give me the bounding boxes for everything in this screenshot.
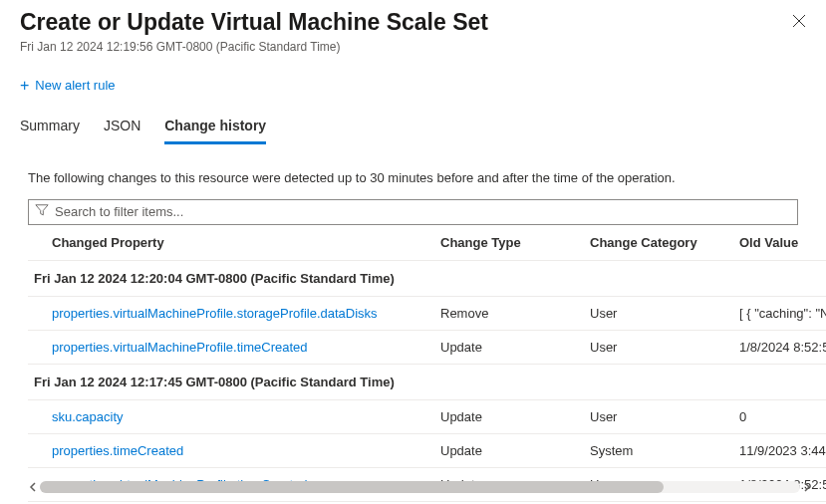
change-category-cell: User: [590, 306, 739, 321]
old-value-cell: [ { "caching": "None",: [739, 306, 826, 321]
close-icon[interactable]: [792, 14, 808, 30]
new-alert-rule-button[interactable]: + New alert rule: [20, 78, 116, 94]
scroll-left-icon[interactable]: [28, 482, 38, 492]
tab-json[interactable]: JSON: [104, 118, 140, 144]
horizontal-scrollbar[interactable]: [28, 480, 812, 494]
search-input[interactable]: [55, 204, 791, 219]
group-header[interactable]: Fri Jan 12 2024 12:20:04 GMT-0800 (Pacif…: [28, 261, 826, 297]
property-link[interactable]: properties.timeCreated: [52, 443, 440, 458]
table-row[interactable]: properties.virtualMachineProfile.timeCre…: [28, 331, 826, 365]
new-alert-label: New alert rule: [35, 78, 115, 93]
filter-icon: [35, 203, 49, 220]
scrollbar-track[interactable]: [40, 481, 800, 493]
property-link[interactable]: properties.virtualMachineProfile.storage…: [52, 306, 440, 321]
search-box[interactable]: [28, 199, 798, 225]
table-row[interactable]: sku.capacity Update User 0: [28, 400, 826, 434]
change-type-cell: Remove: [440, 306, 590, 321]
column-old-value[interactable]: Old Value: [739, 235, 826, 250]
change-type-cell: Update: [440, 340, 590, 355]
column-change-type[interactable]: Change Type: [440, 235, 590, 250]
table-header: Changed Property Change Type Change Cate…: [28, 225, 826, 261]
change-category-cell: User: [590, 409, 739, 424]
group-header[interactable]: Fri Jan 12 2024 12:17:45 GMT-0800 (Pacif…: [28, 365, 826, 400]
page-title: Create or Update Virtual Machine Scale S…: [20, 8, 806, 38]
property-link[interactable]: sku.capacity: [52, 409, 440, 424]
changes-table: Changed Property Change Type Change Cate…: [0, 225, 826, 502]
table-row[interactable]: properties.virtualMachineProfile.storage…: [28, 297, 826, 331]
scrollbar-thumb[interactable]: [40, 481, 664, 493]
old-value-cell: 11/9/2023 3:44:42 PM: [739, 443, 826, 458]
change-type-cell: Update: [440, 443, 590, 458]
column-changed-property[interactable]: Changed Property: [52, 235, 440, 250]
scroll-right-icon[interactable]: [802, 482, 812, 492]
change-category-cell: System: [590, 443, 739, 458]
old-value-cell: 1/8/2024 8:52:58 PM: [739, 340, 826, 355]
tab-summary[interactable]: Summary: [20, 118, 80, 144]
page-timestamp: Fri Jan 12 2024 12:19:56 GMT-0800 (Pacif…: [20, 40, 806, 54]
property-link[interactable]: properties.virtualMachineProfile.timeCre…: [52, 340, 440, 355]
change-type-cell: Update: [440, 409, 590, 424]
table-row[interactable]: properties.timeCreated Update System 11/…: [28, 434, 826, 468]
description-text: The following changes to this resource w…: [0, 144, 826, 199]
old-value-cell: 0: [739, 409, 826, 424]
column-change-category[interactable]: Change Category: [590, 235, 739, 250]
change-category-cell: User: [590, 340, 739, 355]
tab-bar: Summary JSON Change history: [0, 104, 826, 144]
plus-icon: +: [20, 78, 29, 94]
tab-change-history[interactable]: Change history: [164, 118, 266, 144]
